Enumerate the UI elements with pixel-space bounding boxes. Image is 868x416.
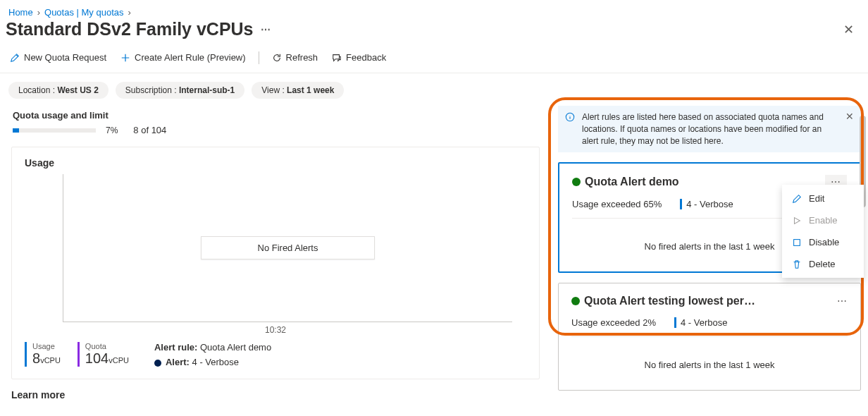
- breadcrumb-home[interactable]: Home: [8, 7, 33, 18]
- legend-row: Usage 8vCPU Quota 104vCPU Alert rule: Qu…: [25, 342, 526, 367]
- separator: [259, 51, 259, 64]
- refresh-button[interactable]: Refresh: [271, 49, 320, 66]
- learn-more-link[interactable]: Learn more: [11, 389, 540, 400]
- create-alert-rule-button[interactable]: Create Alert Rule (Preview): [119, 49, 247, 66]
- info-icon: [565, 112, 575, 122]
- filter-value: Internal-sub-1: [179, 85, 235, 95]
- toolbar-label: New Quota Request: [24, 52, 106, 63]
- alert-threshold: Usage exceeded 65%: [572, 199, 662, 209]
- legend-label: Usage: [32, 342, 61, 350]
- page-title-text: Standard DSv2 Family vCPUs: [6, 19, 254, 39]
- chevron-right-icon: ›: [37, 7, 40, 18]
- menu-label: Edit: [809, 193, 824, 204]
- alert-threshold: Usage exceeded 2%: [571, 317, 656, 328]
- stop-icon: [792, 238, 802, 247]
- filter-label: Subscription :: [125, 85, 177, 95]
- menu-enable: Enable: [782, 209, 864, 231]
- page-title: Standard DSv2 Family vCPUs ⋯: [6, 19, 271, 39]
- alert-severity: 4 - Verbose: [680, 199, 733, 209]
- menu-delete[interactable]: Delete: [782, 253, 864, 275]
- svg-rect-1: [794, 240, 800, 246]
- feedback-icon: [332, 53, 342, 63]
- progress-percent: 7%: [106, 126, 118, 135]
- filter-label: Location :: [18, 85, 55, 95]
- status-dot-icon: [571, 297, 580, 305]
- menu-label: Enable: [809, 215, 837, 226]
- alert-title: Quota Alert demo: [572, 176, 679, 188]
- chevron-right-icon: ›: [128, 7, 131, 18]
- new-quota-request-button[interactable]: New Quota Request: [8, 49, 108, 66]
- progress-fill: [13, 128, 19, 133]
- filter-value: Last 1 week: [287, 85, 334, 95]
- alert-severity: 4 - Verbose: [674, 317, 728, 328]
- dismiss-icon[interactable]: ✕: [845, 111, 854, 121]
- alert-dot-icon: [154, 360, 161, 367]
- legend-unit: vCPU: [108, 356, 129, 365]
- breadcrumb-quotas[interactable]: Quotas | My quotas: [44, 7, 124, 18]
- status-dot-icon: [572, 178, 581, 186]
- chart-area: No Fired Alerts: [63, 174, 512, 322]
- play-icon: [792, 216, 802, 226]
- legend-unit: vCPU: [40, 356, 61, 365]
- alert-title: Quota Alert testing lowest per…: [571, 295, 755, 307]
- progress-bar-wrap: 7% 8 of 104: [13, 125, 540, 135]
- rule-value: Quota Alert demo: [200, 342, 271, 353]
- alert-card[interactable]: Quota Alert testing lowest per… ⋯ Usage …: [558, 283, 861, 391]
- chart-time-tick: 10:32: [25, 325, 526, 335]
- filter-row: Location : West US 2 Subscription : Inte…: [0, 73, 868, 106]
- info-banner: Alert rules are listed here based on ass…: [558, 106, 861, 152]
- menu-disable[interactable]: Disable: [782, 231, 864, 253]
- menu-label: Delete: [809, 259, 836, 269]
- filter-label: View :: [261, 85, 284, 95]
- alert-no-fired: No fired alerts in the last 1 week: [571, 360, 848, 370]
- pencil-icon: [10, 53, 20, 63]
- menu-edit[interactable]: Edit: [782, 188, 864, 209]
- breadcrumb: Home › Quotas | My quotas ›: [0, 0, 868, 19]
- close-icon[interactable]: ✕: [838, 20, 860, 39]
- menu-label: Disable: [809, 237, 839, 247]
- toolbar: New Quota Request Create Alert Rule (Pre…: [0, 47, 868, 73]
- alert-label: Alert:: [166, 357, 190, 367]
- usage-card-title: Usage: [25, 157, 526, 169]
- quota-usage-title: Quota usage and limit: [13, 110, 540, 121]
- filter-subscription[interactable]: Subscription : Internal-sub-1: [116, 82, 244, 99]
- feedback-button[interactable]: Feedback: [330, 49, 388, 66]
- legend-value: 8: [32, 350, 40, 366]
- legend-label: Quota: [85, 342, 129, 350]
- toolbar-label: Feedback: [346, 52, 386, 63]
- filter-value: West US 2: [57, 85, 98, 95]
- alert-value: 4 - Verbose: [192, 357, 240, 367]
- pencil-icon: [792, 194, 802, 204]
- legend-meta: Alert rule: Quota Alert demo Alert: 4 - …: [154, 342, 271, 367]
- plus-icon: [120, 53, 130, 63]
- alert-more-button[interactable]: ⋯: [837, 295, 848, 307]
- alert-title-text: Quota Alert testing lowest per…: [584, 295, 755, 307]
- info-text: Alert rules are listed here based on ass…: [582, 111, 838, 147]
- legend-usage: Usage 8vCPU: [25, 342, 61, 367]
- context-menu: Edit Enable Disable Delete: [782, 185, 864, 278]
- filter-location[interactable]: Location : West US 2: [8, 82, 108, 99]
- more-icon[interactable]: ⋯: [261, 24, 271, 35]
- legend-value: 104: [85, 350, 108, 366]
- refresh-icon: [272, 53, 282, 63]
- alert-title-text: Quota Alert demo: [585, 176, 679, 188]
- trash-icon: [792, 259, 802, 269]
- filter-view[interactable]: View : Last 1 week: [252, 82, 344, 99]
- usage-card: Usage No Fired Alerts 10:32 Usage 8vCPU …: [11, 147, 540, 379]
- legend-quota: Quota 104vCPU: [78, 342, 129, 367]
- alert-card[interactable]: Quota Alert demo ⋯ Usage exceeded 65% 4 …: [558, 162, 861, 273]
- toolbar-label: Create Alert Rule (Preview): [135, 52, 246, 63]
- toolbar-label: Refresh: [286, 52, 318, 63]
- progress-ratio: 8 of 104: [133, 125, 166, 135]
- progress-bar: [13, 128, 96, 133]
- no-fired-alerts-banner: No Fired Alerts: [201, 236, 376, 259]
- rule-label: Alert rule:: [154, 342, 197, 353]
